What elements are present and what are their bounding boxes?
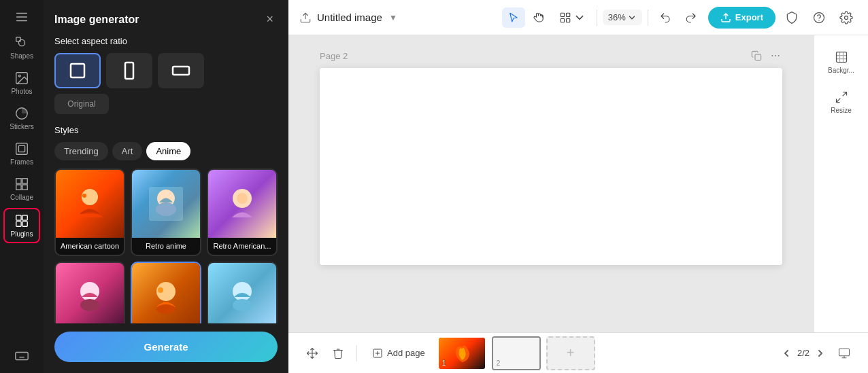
style-card-classic-american[interactable]: Classic American...	[131, 262, 201, 323]
tab-art[interactable]: Art	[112, 142, 143, 160]
doc-title[interactable]: Untitled image	[317, 12, 382, 23]
sidebar-item-collage[interactable]: Collage	[3, 173, 40, 205]
svg-rect-16	[71, 64, 84, 77]
plugin-panel: Image generator × Select aspect ratio Or…	[44, 0, 288, 373]
tab-anime[interactable]: Anime	[146, 142, 190, 160]
doc-title-chevron[interactable]: ▼	[389, 13, 397, 22]
svg-rect-10	[22, 185, 27, 190]
page-copy-button[interactable]	[750, 49, 763, 63]
svg-rect-34	[566, 13, 569, 16]
stickers-icon	[14, 106, 29, 121]
export-label: Export	[735, 12, 763, 22]
svg-point-38	[845, 16, 848, 19]
aspect-ratio-group	[54, 53, 278, 88]
trash-icon	[332, 347, 344, 359]
style-card-image-classic-american	[132, 263, 200, 323]
canvas-area[interactable]: Page 2	[288, 35, 814, 332]
aspect-square-button[interactable]	[54, 53, 101, 88]
photos-icon	[14, 71, 29, 86]
style-card-trendy-anime[interactable]: Trendy anime Free	[207, 262, 278, 323]
settings-button[interactable]	[835, 7, 857, 29]
add-page-button[interactable]: Add page	[365, 344, 432, 363]
prev-page-button[interactable]	[778, 345, 795, 361]
aspect-landscape-button[interactable]	[158, 53, 204, 88]
background-label: Backgr...	[828, 67, 854, 74]
svg-point-41	[775, 55, 776, 56]
undo-button[interactable]	[654, 7, 677, 28]
svg-point-26	[80, 282, 99, 301]
svg-point-30	[158, 287, 163, 293]
aspect-ratio-label: Select aspect ratio	[54, 36, 278, 46]
undo-icon	[659, 12, 671, 24]
top-toolbar: Untitled image ▼ 36%	[288, 0, 868, 35]
select-tool-button[interactable]	[502, 7, 525, 28]
tab-trending[interactable]: Trending	[54, 142, 108, 160]
page-thumb-2[interactable]: 2	[492, 336, 541, 370]
redo-button[interactable]	[680, 7, 703, 28]
svg-rect-43	[836, 52, 846, 63]
page-thumb-1[interactable]: 1	[437, 336, 486, 370]
right-panel-background[interactable]: Backgr...	[820, 43, 863, 81]
svg-rect-18	[173, 67, 189, 75]
retro-american-art	[222, 183, 263, 224]
thumb-1-number: 1	[442, 359, 446, 367]
sidebar-item-keyboard[interactable]	[3, 344, 40, 368]
zoom-group[interactable]: 36%	[603, 10, 642, 25]
portrait-aspect-icon	[120, 61, 139, 80]
frames-icon	[14, 141, 29, 156]
monitor-button[interactable]	[834, 343, 854, 363]
aspect-ratio-section: Select aspect ratio Original	[54, 36, 278, 114]
style-card-retro-anime[interactable]: Retro anime	[131, 168, 201, 256]
page-label-right	[750, 49, 782, 63]
upload-icon	[299, 12, 312, 24]
right-panel-resize[interactable]: Resize	[820, 84, 863, 121]
svg-point-37	[814, 12, 824, 22]
move-icon	[306, 347, 318, 359]
next-page-button[interactable]	[812, 345, 829, 361]
style-card-retro-american[interactable]: Retro American...	[207, 168, 278, 256]
sidebar-item-photos[interactable]: Photos	[3, 67, 40, 99]
toolbar-divider-2	[648, 10, 648, 26]
copy-icon	[751, 50, 762, 61]
svg-point-42	[778, 55, 780, 56]
trendy-anime-art	[222, 277, 263, 317]
view-options-button[interactable]	[554, 7, 591, 28]
sidebar-item-plugins[interactable]: Plugins	[3, 208, 40, 243]
bottom-bar: Add page 1 2 +	[288, 332, 868, 373]
style-card-american-cartoon[interactable]: American cartoon	[54, 168, 125, 256]
page-counter: 2/2	[797, 348, 809, 358]
close-button[interactable]: ×	[262, 11, 278, 28]
sidebar-item-menu[interactable]	[3, 5, 40, 29]
canvas-page-container: Page 2	[288, 35, 814, 279]
sidebar-item-frames[interactable]: Frames	[3, 137, 40, 170]
canvas-page[interactable]	[320, 68, 782, 265]
svg-point-20	[82, 194, 86, 198]
canvas-page-wrapper: Page 2	[320, 49, 782, 265]
svg-rect-35	[561, 18, 564, 22]
style-card-label-retro-american: Retro American...	[208, 238, 276, 255]
generate-button[interactable]: Generate	[54, 332, 278, 362]
svg-rect-12	[22, 215, 27, 220]
style-card-easy-anime[interactable]: Easy anime	[54, 262, 125, 323]
bottom-divider	[356, 345, 357, 361]
shield-icon	[785, 11, 799, 24]
page-thumb-add[interactable]: +	[546, 336, 595, 370]
sidebar-label-photos: Photos	[11, 88, 32, 95]
delete-page-button[interactable]	[328, 343, 348, 363]
export-button[interactable]: Export	[708, 7, 775, 29]
svg-point-0	[18, 39, 24, 46]
move-page-button[interactable]	[302, 343, 322, 363]
help-button[interactable]	[808, 7, 830, 29]
thumb-1-art	[448, 343, 475, 363]
easy-anime-art	[69, 277, 110, 317]
toolbar-divider-1	[597, 10, 597, 26]
page-more-button[interactable]	[769, 49, 782, 63]
sidebar-label-stickers: Stickers	[10, 123, 34, 130]
original-aspect-button[interactable]: Original	[54, 94, 109, 114]
shield-button[interactable]	[781, 7, 803, 29]
hand-tool-button[interactable]	[528, 7, 551, 28]
sidebar-item-stickers[interactable]: Stickers	[3, 102, 40, 135]
sidebar-item-shapes[interactable]: Shapes	[3, 31, 40, 64]
aspect-portrait-button[interactable]	[106, 53, 152, 88]
svg-rect-13	[16, 221, 21, 226]
